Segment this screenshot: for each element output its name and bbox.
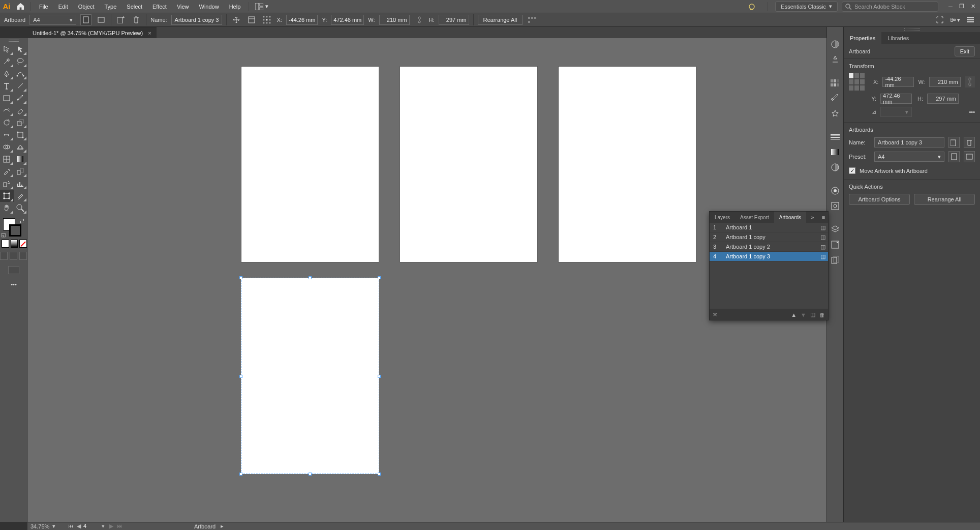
artboard-tool-icon[interactable] bbox=[0, 190, 14, 202]
new-artboard-icon[interactable] bbox=[948, 137, 960, 148]
artboard-options-icon[interactable] bbox=[246, 14, 257, 25]
symbols-panel-icon[interactable] bbox=[829, 107, 841, 120]
transform-h-input[interactable]: 297 mm bbox=[927, 94, 959, 104]
direct-selection-tool-icon[interactable] bbox=[14, 43, 27, 55]
asset-export-panel-icon[interactable] bbox=[829, 239, 841, 251]
type-tool-icon[interactable] bbox=[0, 80, 14, 92]
last-icon[interactable]: ⏭ bbox=[116, 523, 123, 529]
orientation-landscape-icon[interactable] bbox=[964, 151, 975, 162]
gradient-tool-icon[interactable] bbox=[14, 153, 27, 165]
orientation-portrait-icon[interactable] bbox=[80, 14, 91, 25]
stroke-panel-icon[interactable] bbox=[829, 131, 841, 143]
scale-tool-icon[interactable] bbox=[14, 116, 27, 129]
rectangle-tool-icon[interactable] bbox=[0, 92, 14, 104]
color-guide-panel-icon[interactable] bbox=[829, 53, 841, 66]
pen-tool-icon[interactable] bbox=[0, 68, 14, 80]
document-tab[interactable]: Untitled-1* @ 34.75% (CMYK/GPU Preview) … bbox=[27, 27, 157, 38]
delete-artboard-icon[interactable] bbox=[131, 14, 142, 25]
rotate-input[interactable]: ▾ bbox=[880, 107, 912, 117]
transform-w-input[interactable]: 210 mm bbox=[929, 77, 961, 87]
lasso-tool-icon[interactable] bbox=[14, 55, 27, 68]
perspective-grid-tool-icon[interactable] bbox=[14, 141, 27, 153]
close-tab-icon[interactable]: × bbox=[148, 30, 151, 36]
workspace-switcher[interactable]: Essentials Classic▾ bbox=[775, 2, 838, 12]
stock-search[interactable]: Search Adobe Stock bbox=[842, 2, 938, 12]
line-tool-icon[interactable] bbox=[14, 80, 27, 92]
zoom-level[interactable]: 34.75%▾ bbox=[30, 523, 62, 530]
rearrange-all-button[interactable]: Rearrange All bbox=[478, 15, 523, 25]
mesh-tool-icon[interactable] bbox=[0, 153, 14, 165]
artboard-3[interactable] bbox=[558, 66, 696, 262]
move-artwork-checkbox[interactable]: ✓ bbox=[849, 167, 855, 174]
magic-wand-tool-icon[interactable] bbox=[0, 55, 14, 68]
screen-mode-icon[interactable] bbox=[8, 266, 19, 274]
exit-button[interactable]: Exit bbox=[955, 46, 975, 56]
symbol-sprayer-tool-icon[interactable] bbox=[0, 178, 14, 190]
h-input[interactable]: 297 mm bbox=[439, 15, 469, 25]
rotate-tool-icon[interactable] bbox=[0, 116, 14, 129]
arrange-documents-icon[interactable]: ▾ bbox=[252, 0, 271, 13]
move-up-icon[interactable]: ▲ bbox=[791, 312, 797, 318]
panel-menu-icon[interactable] bbox=[965, 14, 976, 25]
menu-effect[interactable]: Effect bbox=[147, 0, 172, 13]
curvature-tool-icon[interactable] bbox=[14, 68, 27, 80]
prev-icon[interactable]: ◀ bbox=[75, 523, 82, 529]
column-graph-tool-icon[interactable] bbox=[14, 178, 27, 190]
y-input[interactable]: 472.46 mm bbox=[331, 15, 364, 25]
artboards-panel-icon[interactable] bbox=[829, 254, 841, 266]
appearance-panel-icon[interactable] bbox=[829, 185, 841, 197]
slice-tool-icon[interactable] bbox=[14, 190, 27, 202]
preset-dropdown[interactable]: A4▾ bbox=[29, 15, 76, 25]
more-options-icon[interactable]: ••• bbox=[969, 109, 975, 115]
close-button[interactable]: ✕ bbox=[968, 2, 978, 12]
default-fill-stroke-icon[interactable]: ◱ bbox=[1, 232, 6, 238]
artboard-2[interactable] bbox=[400, 66, 538, 262]
transform-y-input[interactable]: 472.46 mm bbox=[880, 94, 912, 104]
link-wh-icon[interactable] bbox=[965, 76, 975, 87]
blend-tool-icon[interactable] bbox=[14, 165, 27, 178]
paintbrush-tool-icon[interactable] bbox=[14, 92, 27, 104]
none-mode-icon[interactable] bbox=[19, 240, 27, 248]
menu-select[interactable]: Select bbox=[121, 0, 147, 13]
artboard-1[interactable] bbox=[241, 66, 379, 262]
eraser-tool-icon[interactable] bbox=[14, 104, 27, 116]
move-with-artwork-icon[interactable] bbox=[231, 14, 242, 25]
edit-toolbar-icon[interactable]: ••• bbox=[0, 281, 27, 287]
width-tool-icon[interactable] bbox=[0, 129, 14, 141]
reference-point-icon[interactable] bbox=[261, 14, 272, 25]
x-input[interactable]: -44.26 mm bbox=[286, 15, 318, 25]
next-icon[interactable]: ▶ bbox=[108, 523, 115, 529]
rearrange-all-button[interactable]: Rearrange All bbox=[914, 194, 975, 205]
artboard-options-button[interactable]: Artboard Options bbox=[849, 194, 910, 205]
artboard-name-input[interactable]: Artboard 1 copy 3 bbox=[171, 15, 223, 25]
minimize-button[interactable]: ─ bbox=[945, 2, 956, 12]
artboard-4-selected[interactable] bbox=[241, 278, 379, 474]
artboard-name-input[interactable]: Artboard 1 copy 3 bbox=[874, 137, 944, 148]
menu-edit[interactable]: Edit bbox=[53, 0, 73, 13]
menu-window[interactable]: Window bbox=[194, 0, 224, 13]
tab-asset-export[interactable]: Asset Export bbox=[735, 212, 774, 223]
menu-type[interactable]: Type bbox=[100, 0, 122, 13]
rearrange-icon[interactable]: ⤧ bbox=[713, 311, 717, 318]
fill-stroke-control[interactable]: ⇄ ◱ bbox=[0, 217, 27, 238]
delete-artboard-icon[interactable] bbox=[964, 137, 975, 148]
reference-point-grid[interactable] bbox=[849, 73, 865, 91]
graphic-styles-panel-icon[interactable] bbox=[829, 200, 841, 212]
artboard-row[interactable]: 2Artboard 1 copy◫ bbox=[710, 232, 828, 242]
preset-dropdown[interactable]: A4▾ bbox=[874, 152, 944, 162]
shape-builder-tool-icon[interactable] bbox=[0, 141, 14, 153]
first-icon[interactable]: ⏮ bbox=[67, 523, 74, 529]
tool-menu-icon[interactable]: ▸ bbox=[221, 523, 224, 529]
swap-fill-stroke-icon[interactable]: ⇄ bbox=[19, 217, 24, 224]
artboard-options-icon[interactable]: ◫ bbox=[818, 244, 828, 250]
stroke-swatch[interactable] bbox=[9, 224, 21, 237]
learn-icon[interactable] bbox=[743, 0, 760, 13]
orientation-landscape-icon[interactable] bbox=[96, 14, 107, 25]
draw-behind-icon[interactable] bbox=[10, 252, 17, 260]
gradient-panel-icon[interactable] bbox=[829, 146, 841, 158]
menu-view[interactable]: View bbox=[172, 0, 194, 13]
w-input[interactable]: 210 mm bbox=[379, 15, 410, 25]
panel-grab-icon[interactable] bbox=[0, 38, 27, 43]
artboard-row[interactable]: 1Artboard 1◫ bbox=[710, 223, 828, 232]
new-artboard-icon[interactable]: ◫ bbox=[810, 311, 815, 318]
